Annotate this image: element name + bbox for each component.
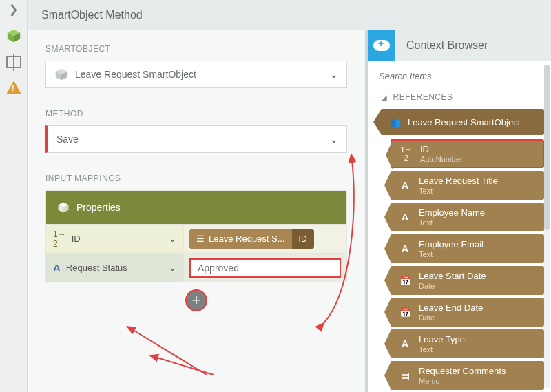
reference-object-header[interactable]: 👥 Leave Request SmartObject	[382, 109, 544, 135]
link-icon: ☰	[196, 234, 205, 244]
input-mappings-table: Properties 1→2 ID ⌄ ☰ Leave	[45, 190, 347, 282]
smartobject-selected: Leave Request SmartObject	[75, 69, 330, 80]
chip-field-label: ID	[292, 229, 314, 249]
ref-item-type: Memo	[419, 377, 506, 385]
context-titlebar: Context Browser	[368, 30, 551, 61]
ref-item-type: Text	[419, 345, 465, 353]
collapse-panel-icon[interactable]: ❯	[9, 3, 18, 16]
reference-field-item[interactable]: ALeave Request TitleText	[391, 171, 544, 200]
ref-item-label: Leave Request Title	[419, 176, 498, 186]
section-label-smartobject: SMARTOBJECT	[45, 44, 347, 54]
ref-item-label: Employee Email	[419, 239, 484, 249]
references-label: REFERENCES	[393, 92, 453, 102]
main-titlebar: SmartObject Method	[28, 0, 551, 30]
main-title: SmartObject Method	[41, 9, 143, 21]
chevron-down-icon: ⌄	[330, 134, 338, 145]
ref-item-label: Leave Type	[419, 334, 465, 344]
context-title: Context Browser	[406, 39, 488, 52]
mapping-value-status[interactable]: Approved	[184, 254, 346, 282]
mapping-chip-id[interactable]: ☰ Leave Request S... ID	[189, 229, 314, 249]
chevron-down-icon: ⌄	[169, 262, 176, 273]
mapping-prop-id-label: ID	[72, 234, 81, 244]
group-icon: 👥	[390, 117, 401, 127]
warning-icon[interactable]	[6, 81, 21, 94]
left-icon-bar: ❯	[0, 0, 28, 392]
config-panel: SMARTOBJECT Leave Request SmartObject ⌄ …	[28, 30, 365, 392]
context-toggle-button[interactable]	[368, 30, 395, 61]
ref-item-label: Requester Comments	[419, 366, 506, 376]
status-value-text[interactable]: Approved	[189, 258, 341, 278]
smartobject-dropdown[interactable]: Leave Request SmartObject ⌄	[45, 61, 347, 88]
mapping-row-id: 1→2 ID ⌄ ☰ Leave Request S... ID	[46, 224, 346, 253]
ref-item-type: Text	[419, 218, 485, 227]
chevron-down-icon: ⌄	[169, 234, 176, 244]
reference-object-label: Leave Request SmartObject	[408, 117, 520, 127]
reference-field-item[interactable]: AEmployee NameText	[391, 203, 544, 231]
smartobject-cube-icon[interactable]	[6, 28, 21, 43]
mapping-prop-id[interactable]: 1→2 ID ⌄	[46, 225, 184, 253]
reference-field-item[interactable]: ▤Requester CommentsMemo	[391, 361, 544, 390]
mapping-row-status: A Request Status ⌄ Approved	[46, 253, 346, 282]
bubble-plus-icon	[373, 40, 390, 51]
ref-item-type: Text	[419, 250, 484, 258]
ref-item-type: Date	[419, 282, 486, 290]
reference-field-item[interactable]: 📅Leave Start DateDate	[391, 266, 544, 295]
section-label-mappings: INPUT MAPPINGS	[45, 174, 347, 183]
ref-item-label: Leave End Date	[419, 302, 483, 313]
context-search-input[interactable]	[379, 69, 540, 83]
ref-item-type: Date	[419, 313, 483, 322]
reference-field-list: 1→2IDAutoNumberALeave Request TitleTextA…	[391, 139, 544, 390]
collapse-triangle-icon: ◢	[382, 94, 388, 101]
context-browser-panel: Context Browser ◢ REFERENCES 👥 Leave Req…	[368, 30, 551, 392]
context-scrollbar[interactable]	[544, 65, 550, 388]
method-selected: Save	[56, 134, 330, 145]
reference-field-item[interactable]: AEmployee EmailText	[391, 234, 544, 263]
mapping-prop-status[interactable]: A Request Status ⌄	[46, 254, 184, 282]
ref-item-type: Text	[419, 187, 498, 195]
text-type-icon: A	[53, 262, 61, 274]
ref-item-label: Leave Start Date	[419, 271, 486, 281]
add-mapping-button[interactable]: +	[185, 289, 207, 311]
method-dropdown[interactable]: Save ⌄	[45, 125, 347, 153]
reference-field-item[interactable]: 1→2IDAutoNumber	[391, 139, 544, 168]
mapping-prop-status-label: Request Status	[66, 262, 127, 273]
ref-item-label: Employee Name	[419, 207, 485, 218]
chip-source-label: Leave Request S...	[209, 234, 285, 244]
mappings-header-label: Properties	[76, 202, 121, 213]
scrollbar-thumb[interactable]	[544, 65, 550, 230]
chevron-down-icon: ⌄	[330, 69, 338, 80]
cube-icon	[57, 201, 70, 214]
ref-item-type: AutoNumber	[420, 155, 463, 163]
cube-icon	[54, 68, 68, 81]
reference-field-item[interactable]: ALeave TypeText	[391, 329, 544, 358]
section-label-method: METHOD	[45, 109, 347, 118]
mappings-header: Properties	[46, 191, 346, 224]
ref-item-label: ID	[420, 144, 429, 154]
mapping-value-id[interactable]: ☰ Leave Request S... ID	[184, 225, 346, 253]
references-section-header[interactable]: ◢ REFERENCES	[382, 92, 544, 102]
reference-field-item[interactable]: 📅Leave End DateDate	[391, 298, 544, 327]
rename-icon[interactable]	[6, 56, 21, 68]
autonumber-icon: 1→2	[53, 229, 66, 249]
